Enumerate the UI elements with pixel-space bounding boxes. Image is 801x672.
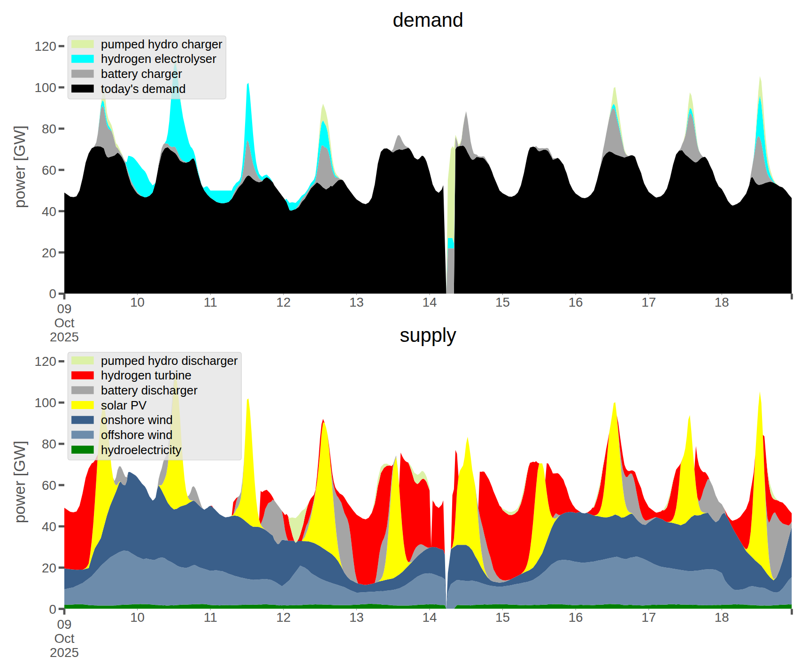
svg-text:demand: demand	[393, 9, 463, 31]
svg-text:14: 14	[422, 610, 437, 625]
svg-text:80: 80	[42, 122, 56, 136]
svg-text:2025: 2025	[50, 330, 79, 344]
svg-text:2025: 2025	[50, 645, 79, 660]
svg-text:10: 10	[130, 295, 145, 309]
svg-text:20: 20	[42, 561, 56, 575]
svg-text:0: 0	[49, 286, 56, 301]
svg-text:09: 09	[57, 301, 72, 316]
svg-text:18: 18	[715, 295, 729, 309]
svg-text:20: 20	[42, 246, 56, 260]
svg-text:11: 11	[204, 295, 217, 309]
svg-text:17: 17	[641, 610, 656, 625]
svg-text:power [GW]: power [GW]	[11, 440, 28, 523]
svg-text:Oct: Oct	[54, 316, 74, 330]
svg-text:Oct: Oct	[54, 631, 74, 646]
svg-text:80: 80	[42, 437, 56, 451]
svg-text:offshore wind: offshore wind	[101, 428, 172, 441]
svg-text:120: 120	[35, 39, 56, 54]
svg-text:11: 11	[204, 610, 217, 625]
svg-text:120: 120	[35, 354, 56, 369]
svg-text:12: 12	[276, 295, 291, 309]
svg-text:pumped hydro discharger: pumped hydro discharger	[101, 354, 238, 367]
svg-text:0: 0	[49, 602, 56, 617]
svg-text:15: 15	[495, 295, 510, 309]
svg-text:today's demand: today's demand	[101, 82, 186, 95]
svg-text:60: 60	[42, 478, 56, 493]
svg-text:battery discharger: battery discharger	[101, 384, 198, 397]
svg-text:100: 100	[35, 80, 56, 95]
svg-text:12: 12	[276, 610, 291, 625]
svg-text:16: 16	[569, 295, 583, 309]
svg-text:13: 13	[349, 610, 364, 625]
svg-text:100: 100	[35, 395, 56, 410]
svg-text:60: 60	[42, 163, 56, 178]
svg-text:13: 13	[349, 295, 364, 309]
svg-text:09: 09	[57, 617, 72, 632]
svg-text:battery charger: battery charger	[101, 67, 182, 80]
svg-text:16: 16	[569, 610, 583, 625]
svg-text:17: 17	[641, 295, 656, 309]
svg-text:solar PV: solar PV	[101, 399, 147, 412]
svg-text:hydrogen electrolyser: hydrogen electrolyser	[101, 52, 216, 65]
svg-text:10: 10	[130, 610, 145, 625]
svg-text:18: 18	[715, 610, 729, 625]
svg-text:power [GW]: power [GW]	[11, 125, 28, 208]
svg-text:15: 15	[495, 610, 510, 625]
svg-text:pumped hydro charger: pumped hydro charger	[101, 38, 223, 51]
svg-text:40: 40	[42, 519, 56, 534]
svg-text:onshore wind: onshore wind	[101, 413, 173, 426]
svg-text:14: 14	[422, 295, 437, 309]
svg-text:hydrogen turbine: hydrogen turbine	[101, 369, 192, 382]
svg-text:hydroelectricity: hydroelectricity	[101, 443, 181, 456]
svg-text:40: 40	[42, 204, 56, 219]
svg-text:supply: supply	[400, 324, 456, 346]
